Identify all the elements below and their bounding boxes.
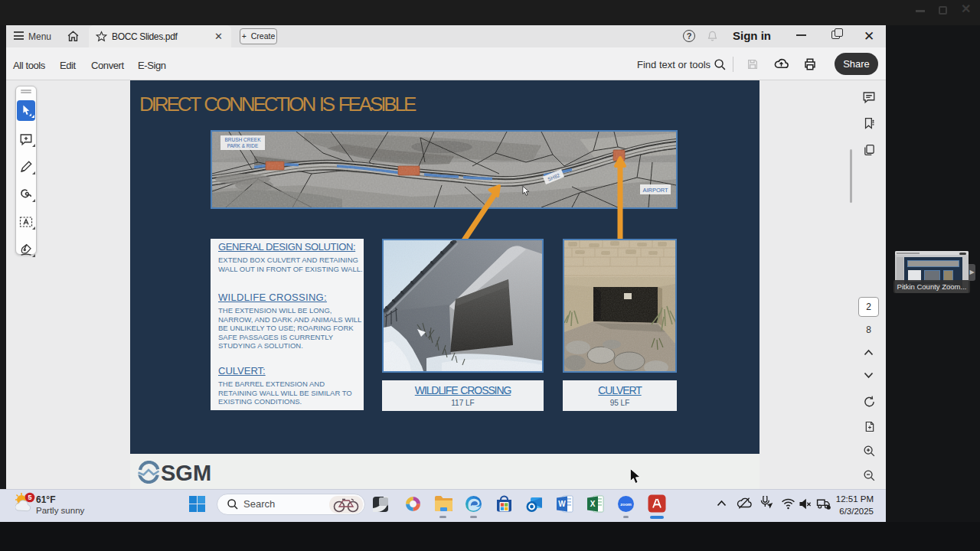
svg-text:W: W bbox=[558, 500, 566, 508]
svg-text:SGM: SGM bbox=[161, 461, 211, 484]
svg-text:5: 5 bbox=[28, 494, 31, 501]
svg-text:X: X bbox=[590, 500, 596, 508]
svg-text:zoom: zoom bbox=[620, 502, 632, 507]
